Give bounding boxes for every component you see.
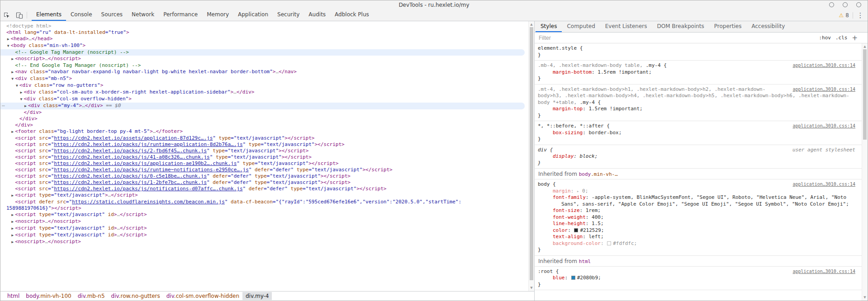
dom-tree-row[interactable]: ▶<script type="text/javascript" id>…</sc… [0, 232, 528, 239]
dom-tree-row[interactable]: <script src="https://cdn2.hexlet.io/asse… [0, 135, 528, 141]
dom-tree-row[interactable]: <!-- Google Tag Manager (noscript) --> [0, 49, 525, 56]
toggle-element-state-button[interactable]: :hov [819, 35, 831, 41]
scroll-up-icon[interactable]: ▲ [862, 44, 868, 49]
css-rule[interactable]: application…3010.css:14:root {blue: #208… [535, 267, 862, 291]
shorthand-expand-icon[interactable]: ▸ [577, 189, 579, 193]
inspect-element-button[interactable] [0, 9, 13, 21]
dom-tree-row[interactable]: 1589881970616}"></script> [0, 205, 528, 212]
breadcrumb-item-div-row-no-gutters[interactable]: div.row.no-gutters [108, 292, 163, 300]
sidebar-tab-dom-breakpoints[interactable]: DOM Breakpoints [652, 21, 709, 32]
css-rule[interactable]: application…3010.css:14.mt-4, .hexlet-ma… [535, 85, 862, 122]
styles-filter-input[interactable] [539, 35, 814, 41]
collapse-arrow-icon[interactable]: ▼ [10, 76, 15, 82]
dom-tree-row[interactable]: <script src="https://cdn2.hexlet.io/pack… [0, 173, 528, 179]
dom-tree-row[interactable]: ▼<body class="min-vh-100"> [0, 42, 528, 49]
css-source-link[interactable]: application…3010.css:14 [793, 86, 855, 93]
elements-scrollbar-thumb[interactable] [530, 27, 533, 280]
window-maximize-button[interactable] [843, 2, 848, 7]
css-property[interactable]: font-weight: 400; [538, 214, 858, 221]
css-property[interactable]: background-color: #fdfdfc; [538, 240, 858, 247]
dom-tree-row[interactable]: <script src="https://cdn2.hexlet.io/pack… [0, 141, 528, 148]
customize-menu-button[interactable]: ⋮ [857, 11, 864, 19]
css-property[interactable]: line-height: 1.5; [538, 221, 858, 227]
inherited-node-link[interactable]: body.min-vh-… [579, 171, 618, 177]
console-warnings-badge[interactable]: ⚠ 8 [839, 12, 849, 19]
styles-scrollbar[interactable]: ▲ ▼ [862, 43, 868, 301]
breadcrumb-item-html[interactable]: html [4, 292, 23, 300]
dom-tree-row[interactable]: ▶<nav class="navbar navbar-expand-lg nav… [0, 69, 528, 75]
expand-arrow-icon[interactable]: ▶ [10, 232, 15, 239]
css-source-link[interactable]: application…3010.css:14 [793, 268, 855, 275]
css-property[interactable]: margin-bottom: 1.5rem !important; [538, 69, 858, 76]
dom-tree-row[interactable]: ▶<noscript>…</noscript> [0, 239, 528, 245]
tab-memory[interactable]: Memory [202, 9, 233, 21]
dom-tree-row[interactable]: </div> [0, 109, 528, 116]
css-source-link[interactable]: application…3010.css:14 [793, 62, 855, 69]
dom-tree-row[interactable]: <!-- End Google Tag Manager (noscript) -… [0, 62, 528, 69]
css-rule[interactable]: element.style {} [535, 43, 862, 61]
resource-url-link[interactable]: https://cdn2.hexlet.io/packs/js/runtime~… [54, 141, 242, 147]
css-source-link[interactable]: application…3010.css:14 [793, 123, 855, 130]
css-rule[interactable]: application…3010.css:14*, *::before, *::… [535, 121, 862, 145]
dom-tree-row[interactable]: <script src="https://cdn2.hexlet.io/pack… [0, 167, 528, 173]
window-minimize-button[interactable] [829, 2, 834, 7]
scroll-down-icon[interactable]: ▼ [529, 285, 534, 291]
expand-arrow-icon[interactable]: ▶ [19, 89, 24, 96]
tab-security[interactable]: Security [273, 9, 304, 21]
dom-tree-row[interactable]: ▶<script type="text/javascript" id>…</sc… [0, 225, 528, 232]
elements-scrollbar[interactable]: ▲ ▼ [528, 21, 534, 291]
dom-tree-row[interactable]: <script src="https://cdn2.hexlet.io/pack… [0, 160, 528, 167]
tab-console[interactable]: Console [66, 9, 97, 21]
collapse-arrow-icon[interactable]: ▼ [14, 83, 19, 89]
color-swatch[interactable] [571, 276, 575, 280]
dom-tree-row[interactable]: ▶<noscript>…</noscript> [0, 56, 528, 62]
tab-audits[interactable]: Audits [304, 9, 330, 21]
expand-arrow-icon[interactable]: ▶ [10, 239, 15, 245]
dom-tree-row[interactable]: <script defer src="https://static.cloudf… [0, 199, 528, 205]
dom-tree-row[interactable]: ▶<noscript>…</noscript> [0, 218, 528, 225]
resource-url-link[interactable]: https://cdn2.hexlet.io/packs/js/0-c5e18b… [54, 173, 207, 179]
collapse-arrow-icon[interactable]: ▼ [6, 43, 11, 49]
expand-arrow-icon[interactable]: ▶ [10, 69, 15, 75]
dom-tree-row[interactable]: ▶<script type="text/javascript">…</scrip… [0, 192, 528, 199]
css-property[interactable]: text-align: left; [538, 234, 858, 240]
resource-url-link[interactable]: https://cdn2.hexlet.io/assets/applicatio… [54, 135, 213, 141]
dom-tree-row[interactable]: ▶<div class="col-sm-auto x-border-sm-rig… [0, 89, 528, 96]
resource-url-link[interactable]: https://cdn2.hexlet.io/packs/js/runtime~… [54, 167, 248, 173]
dom-tree-row[interactable]: <script src="https://cdn2.hexlet.io/pack… [0, 154, 528, 160]
sidebar-tab-properties[interactable]: Properties [709, 21, 747, 32]
css-property[interactable]: font-family: -apple-system, BlinkMacSyst… [538, 194, 858, 207]
tab-sources[interactable]: Sources [97, 9, 127, 21]
dom-tree-row[interactable]: ▼<div class="col-sm overflow-hidden"> [0, 96, 528, 103]
css-source-link[interactable]: application…3010.css:14 [793, 181, 855, 188]
resource-url-link[interactable]: https://cdn2.hexlet.io/packs/js/41-a08c3… [54, 154, 209, 160]
dom-tree-row[interactable]: <html lang="ru" data-lt-installed="true"… [0, 29, 528, 36]
row-options-dots-icon[interactable]: … [2, 102, 5, 108]
tab-application[interactable]: Application [233, 9, 273, 21]
sidebar-tab-computed[interactable]: Computed [562, 21, 600, 32]
sidebar-tab-accessibility[interactable]: Accessibility [746, 21, 790, 32]
styles-scrollbar-thumb[interactable] [863, 49, 867, 140]
breadcrumb-item-body-min-vh-100[interactable]: body.min-vh-100 [23, 292, 74, 300]
dom-tree-row[interactable]: <script src="https://cdn2.hexlet.io/pack… [0, 186, 528, 192]
collapse-arrow-icon[interactable]: ▼ [19, 96, 24, 103]
expand-arrow-icon[interactable]: ▶ [10, 193, 15, 199]
resource-url-link[interactable]: https://cdn2.hexlet.io/packs/js/notifica… [54, 186, 242, 192]
dom-tree-row[interactable]: …▶<div class="my-4">…</div> == $0 [0, 103, 525, 109]
css-property[interactable]: color: #212529; [538, 227, 858, 234]
tab-network[interactable]: Network [127, 9, 159, 21]
dom-tree-row[interactable]: ▼<div class="row no-gutters"> [0, 82, 528, 89]
expand-arrow-icon[interactable]: ▶ [10, 212, 15, 218]
css-rule[interactable]: application…3010.css:14.mb-4, .hexlet-ma… [535, 61, 862, 85]
resource-url-link[interactable]: https://static.cloudflareinsights.com/be… [72, 199, 225, 205]
expand-arrow-icon[interactable]: ▶ [10, 226, 15, 232]
breadcrumb-item-div-my-4[interactable]: div.my-4 [242, 292, 272, 300]
scroll-up-icon[interactable]: ▲ [529, 22, 534, 27]
dom-tree-row[interactable]: </div> [0, 122, 528, 128]
css-property[interactable]: display: block; [538, 153, 858, 160]
inherited-node-link[interactable]: html [579, 259, 591, 264]
expand-arrow-icon[interactable]: ▶ [10, 56, 15, 62]
sidebar-tab-styles[interactable]: Styles [536, 21, 562, 32]
dom-tree-row[interactable]: ▼<div class="mb-n5"> [0, 75, 528, 82]
dom-tree-row[interactable]: <script src="https://cdn2.hexlet.io/pack… [0, 179, 528, 186]
